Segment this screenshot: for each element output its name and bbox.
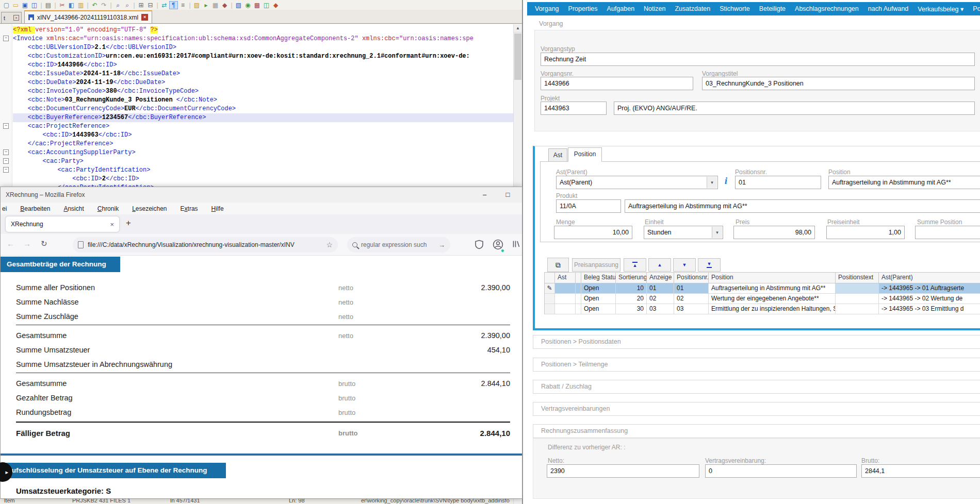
menu-item-l[interactable]: Lesezeichen [132, 205, 167, 212]
vertragsvereinbarung-field[interactable]: 0 [705, 464, 857, 478]
accordion-rabatt-zuschlag[interactable]: Rabatt / Zuschlag [533, 380, 980, 394]
scrollbar-thumb[interactable] [514, 33, 521, 80]
info-icon[interactable]: i [725, 176, 727, 187]
toolbar-icon[interactable]: ⌕ [123, 1, 132, 9]
table-header-cell[interactable]: Ast(Parent) [879, 273, 980, 283]
tab-position[interactable]: Position [568, 147, 602, 162]
move-up-button[interactable]: ▲ [648, 258, 671, 272]
fold-collapse-icon[interactable]: − [3, 149, 9, 155]
move-bottom-button[interactable]: ▼ [698, 258, 721, 272]
toolbar-icon[interactable]: ↶ [90, 1, 99, 9]
close-icon[interactable]: × [141, 14, 148, 21]
table-header-cell[interactable] [545, 273, 555, 283]
reload-icon[interactable]: ↻ [41, 239, 47, 248]
fold-collapse-icon[interactable]: − [3, 123, 9, 129]
npp-active-tab[interactable]: xINV_1443966-20241119110318.xml × [24, 10, 152, 23]
account-icon[interactable] [493, 239, 503, 252]
move-down-button[interactable]: ▼ [673, 258, 696, 272]
close-icon[interactable]: × [13, 15, 19, 21]
fold-collapse-icon[interactable]: − [3, 167, 9, 173]
toolbar-icon[interactable]: ¶ [169, 1, 178, 9]
minimize-button[interactable]: – [473, 187, 496, 203]
menu-item-c[interactable]: Chronik [97, 205, 119, 212]
chevron-down-icon[interactable]: ▾ [712, 227, 722, 238]
url-text[interactable]: file:///C:/data/xRechnung/Visualization/… [88, 241, 322, 248]
table-row[interactable]: Open200202Wertung der eingegebenen Angeb… [545, 294, 980, 304]
preiseinheit-field[interactable]: 1,00 [826, 226, 905, 239]
toolbar-icon[interactable]: ▧ [234, 1, 243, 9]
search-bar[interactable]: regular expression such → [347, 237, 450, 253]
fold-collapse-icon[interactable]: − [3, 158, 9, 164]
scroll-up-icon[interactable]: ▲ [514, 24, 522, 32]
back-icon[interactable]: ← [7, 239, 14, 248]
copy-button[interactable]: ⧉ [547, 258, 569, 272]
table-header-cell[interactable]: Positionstext [836, 273, 879, 283]
tab-ast[interactable]: Ast [548, 148, 567, 162]
toolbar-icon[interactable]: ↷ [100, 1, 108, 9]
toolbar-icon[interactable]: ≡ [178, 1, 187, 9]
toolbar-icon[interactable]: ✂ [58, 1, 67, 9]
search-input[interactable]: regular expression such [361, 241, 435, 248]
bookmark-star-icon[interactable]: ☆ [326, 241, 333, 249]
toolbar-icon[interactable]: ⊟ [146, 1, 155, 9]
netto-field[interactable]: 2390 [547, 464, 699, 478]
library-icon[interactable] [512, 240, 520, 250]
summe-position-field[interactable] [915, 226, 980, 239]
table-header-cell[interactable]: Position [709, 273, 836, 283]
toolbar-icon[interactable]: ▸ [202, 1, 210, 9]
positionsnr-field[interactable]: 01 [735, 176, 821, 189]
search-go-icon[interactable]: → [438, 241, 445, 249]
toolbar-icon[interactable]: ▤ [44, 1, 53, 9]
accordion-vertragsvereinbarungen[interactable]: Vertragsvereinbarungen [533, 402, 980, 416]
firefox-tab[interactable]: XRechnung × [6, 216, 119, 232]
toolbar-icon[interactable]: ▥ [76, 1, 85, 9]
produkt-name-field[interactable]: Auftragserteilung in Abstimmung mit AG** [625, 199, 980, 213]
toolbar-icon[interactable]: ▭ [11, 1, 20, 9]
menu-item-ei[interactable]: ei [2, 205, 7, 212]
table-row[interactable]: Open300303Ermittlung der zu inspizierend… [545, 304, 980, 314]
toolbar-icon[interactable]: ▢ [2, 1, 11, 9]
toolbar-icon[interactable]: ▣ [21, 1, 29, 9]
produkt-nr-field[interactable]: 11/0A [556, 199, 621, 213]
url-bar[interactable]: file:///C:/data/xRechnung/Visualization/… [73, 237, 338, 253]
accordion-positionen-positionsdaten[interactable]: Positionen > Positionsdaten [533, 335, 980, 349]
forward-icon[interactable]: → [23, 239, 31, 248]
toolbar-icon[interactable]: ▩ [253, 1, 262, 9]
accordion-rechnungszusammenfassung[interactable]: Rechnungszusammenfassung [533, 424, 980, 438]
menu-item-b[interactable]: Bearbeiten [20, 205, 50, 212]
preis-field[interactable]: 98,00 [733, 226, 815, 239]
new-tab-button[interactable]: + [126, 218, 131, 228]
npp-tab-fragment[interactable]: t × [1, 12, 22, 23]
einheit-dropdown[interactable]: Stunden ▾ [644, 226, 723, 239]
toolbar-icon[interactable]: ⌕ [113, 1, 122, 9]
toolbar-icon[interactable]: ◉ [243, 1, 252, 9]
shield-icon[interactable] [475, 240, 483, 251]
toolbar-icon[interactable]: ▦ [211, 1, 220, 9]
toolbar-icon[interactable]: ⇄ [160, 1, 169, 9]
table-header-cell[interactable]: Ast [555, 273, 576, 283]
close-icon[interactable]: × [110, 221, 114, 228]
toolbar-icon[interactable]: ◆ [220, 1, 229, 9]
chevron-down-icon[interactable]: ▾ [707, 177, 717, 188]
preisanpassung-button[interactable]: Preisanpassung [572, 258, 620, 272]
toolbar-icon[interactable]: ◆ [271, 1, 280, 9]
firefox-titlebar[interactable]: XRechnung – Mozilla Firefox – □ [1, 187, 522, 203]
fold-collapse-icon[interactable]: − [3, 36, 9, 41]
table-header-cell[interactable]: Positionsnr. [674, 273, 709, 283]
menge-field[interactable]: 10,00 [554, 226, 632, 239]
toolbar-icon[interactable]: ◧ [67, 1, 76, 9]
toolbar-icon[interactable]: ◫ [30, 1, 39, 9]
toolbar-icon[interactable]: ▨ [192, 1, 201, 9]
table-header-cell[interactable]: Beleg Status [581, 273, 616, 283]
position-field[interactable]: Auftragserteilung in Abstimmung mit AG** [828, 176, 980, 189]
move-top-button[interactable]: ▲ [624, 258, 646, 272]
brutto-field[interactable]: 2844,1 [861, 464, 980, 478]
maximize-button[interactable]: □ [496, 187, 519, 203]
table-header-cell[interactable]: Sortierung [616, 273, 647, 283]
ast-parent-dropdown[interactable]: Ast(Parent) ▾ [556, 176, 718, 189]
table-header-cell[interactable]: Anzeige [647, 273, 674, 283]
menu-item-x[interactable]: Extras [181, 205, 198, 212]
menu-item-a[interactable]: Ansicht [63, 205, 84, 212]
table-row[interactable]: ✎Open100101Auftragserteilung in Abstimmu… [545, 283, 980, 294]
table-header-cell[interactable] [576, 273, 581, 283]
